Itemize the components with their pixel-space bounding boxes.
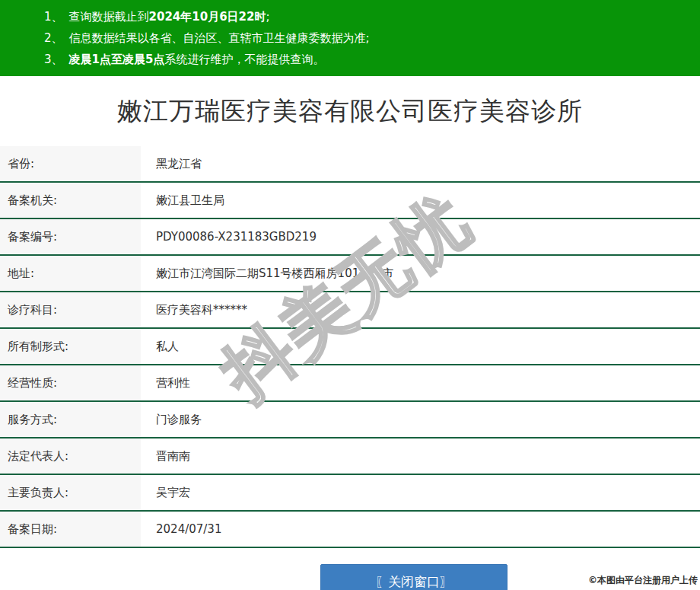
notice-text: 信息数据结果以各省、自治区、直辖市卫生健康委数据为准; <box>69 31 370 45</box>
record-table: 省份: 黑龙江省 备案机关: 嫩江县卫生局 备案编号: PDY00086-X23… <box>0 146 700 548</box>
copyright-note: ©本图由平台注册用户上传 <box>588 574 698 587</box>
notice-text-bold: 2024年10月6日22时 <box>149 10 266 24</box>
notice-bar: 1、查询数据截止到2024年10月6日22时; 2、信息数据结果以各省、自治区、… <box>0 0 700 76</box>
notice-text: ; <box>266 10 269 24</box>
field-value: 私人 <box>141 329 700 364</box>
field-value: 黑龙江省 <box>141 146 700 181</box>
notice-text: 系统进行维护，不能提供查询。 <box>164 53 324 66</box>
field-label: 经营性质: <box>0 365 141 400</box>
notice-text-bold: 凌晨1点至凌晨5点 <box>69 53 165 66</box>
table-row-filing-date: 备案日期: 2024/07/31 <box>0 512 700 548</box>
table-row-filing-authority: 备案机关: 嫩江县卫生局 <box>0 183 700 219</box>
field-value: PDY00086-X231183GBD219 <box>141 219 700 254</box>
record-detail-page: 1、查询数据截止到2024年10月6日22时; 2、信息数据结果以各省、自治区、… <box>0 0 700 590</box>
table-row-principal: 主要负责人: 吴宇宏 <box>0 475 700 512</box>
field-label: 主要负责人: <box>0 475 141 510</box>
notice-text: 查询数据截止到 <box>69 10 149 24</box>
field-value: 嫩江市江湾国际二期S11号楼西厢房101号门市 <box>141 256 700 291</box>
table-row-address: 地址: 嫩江市江湾国际二期S11号楼西厢房101号门市 <box>0 256 700 292</box>
field-value: 吴宇宏 <box>141 475 700 510</box>
field-label: 服务方式: <box>0 402 141 437</box>
field-value: 2024/07/31 <box>141 512 700 547</box>
field-label: 备案日期: <box>0 512 141 547</box>
notice-line-2: 2、信息数据结果以各省、自治区、直辖市卫生健康委数据为准; <box>44 27 692 49</box>
notice-line-1: 1、查询数据截止到2024年10月6日22时; <box>44 6 692 27</box>
field-value: 晋南南 <box>141 439 700 474</box>
page-title: 嫩江万瑞医疗美容有限公司医疗美容诊所 <box>117 94 583 129</box>
field-label: 地址: <box>0 256 141 291</box>
title-area: 嫩江万瑞医疗美容有限公司医疗美容诊所 <box>0 76 700 146</box>
table-row-service-mode: 服务方式: 门诊服务 <box>0 402 700 439</box>
field-label: 所有制形式: <box>0 329 141 364</box>
notice-number: 1、 <box>44 10 63 24</box>
notice-number: 3、 <box>44 53 63 66</box>
field-label: 备案编号: <box>0 219 141 254</box>
field-label: 省份: <box>0 146 141 181</box>
table-row-legal-representative: 法定代表人: 晋南南 <box>0 439 700 475</box>
table-row-ownership: 所有制形式: 私人 <box>0 329 700 365</box>
field-value: 嫩江县卫生局 <box>141 183 700 218</box>
field-label: 备案机关: <box>0 183 141 218</box>
table-row-business-nature: 经营性质: 营利性 <box>0 365 700 402</box>
field-label: 诊疗科目: <box>0 292 141 327</box>
table-row-filing-number: 备案编号: PDY00086-X231183GBD219 <box>0 219 700 256</box>
table-row-province: 省份: 黑龙江省 <box>0 146 700 183</box>
notice-line-3: 3、凌晨1点至凌晨5点系统进行维护，不能提供查询。 <box>44 49 692 70</box>
table-row-departments: 诊疗科目: 医疗美容科****** <box>0 292 700 329</box>
field-label: 法定代表人: <box>0 439 141 474</box>
close-window-button[interactable]: 〖关闭窗口〗 <box>320 564 508 590</box>
field-value: 营利性 <box>141 365 700 400</box>
field-value: 医疗美容科****** <box>141 292 700 327</box>
field-value: 门诊服务 <box>141 402 700 437</box>
notice-number: 2、 <box>44 31 63 45</box>
